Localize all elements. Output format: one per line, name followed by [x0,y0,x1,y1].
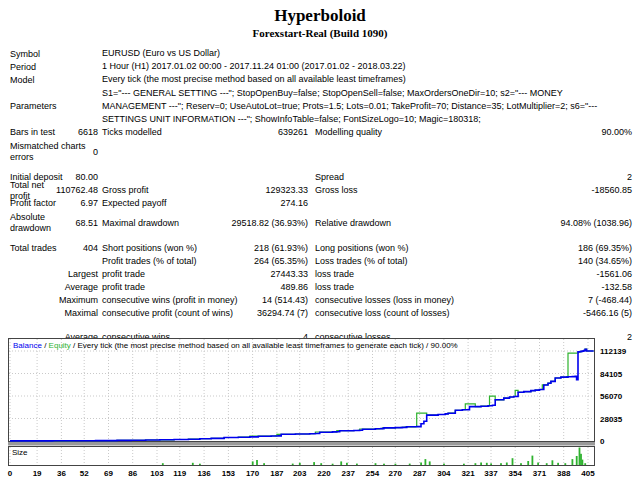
size-bar [572,459,574,465]
size-bar [480,463,482,466]
size-bar [346,463,348,465]
x-tick-label: 119 [173,469,186,478]
size-bar [256,460,258,465]
model-value: Every tick (the most precise method base… [102,74,406,85]
size-bar [395,464,397,465]
maximal-prefix: Maximal [64,308,98,319]
size-bar [320,463,322,465]
y-tick-label: 56070 [600,392,623,401]
maximal-consecutive-loss-label: consecutive loss (count of losses) [315,308,450,319]
size-bar [486,463,488,465]
table-row-mismatched: Mismatched charts errors0 [0,139,640,165]
table-row-profit-factor: Profit factor6.97 Expected payoff274.16 [0,197,640,210]
size-bar [162,463,164,465]
size-bar [429,461,431,465]
period-value: 1 Hour (H1) 2017.01.02 00:00 - 2017.11.2… [102,61,406,72]
ticks-modelled-label: Ticks modelled [102,127,162,138]
table-row-profit-trades: Profit trades (% of total)264 (65.35%) L… [0,255,640,268]
x-tick-label: 304 [437,469,451,478]
period-label: Period [10,62,36,73]
average-loss-trade-value: -132.58 [601,282,632,293]
size-bar [500,463,502,465]
size-bar [356,464,358,465]
size-bar [532,456,534,465]
main-plot-area [9,339,595,442]
largest-prefix: Largest [68,269,98,280]
chart-canvas: Size028035560708410511213901936526986103… [0,338,640,480]
maximal-consecutive-profit-label: consecutive profit (count of wins) [102,308,233,319]
x-tick-label: 237 [342,469,356,478]
size-bar [520,463,522,465]
max-consecutive-losses-label: consecutive losses (loss in money) [315,295,454,306]
legend-equity-label: Equity [49,341,71,350]
size-bar [537,463,539,466]
absolute-drawdown-value: 68.51 [75,218,98,229]
short-positions-value: 218 (61.93%) [254,243,308,254]
maximal-drawdown-value: 29518.82 (36.93%) [231,218,308,229]
size-bar [582,460,584,465]
loss-trades-label: Loss trades (% of total) [315,256,408,267]
max-consecutive-losses-value: 7 (-468.44) [588,295,632,306]
relative-drawdown-value: 94.08% (1038.96) [560,218,632,229]
x-tick-label: 270 [389,469,403,478]
x-tick-label: 0 [8,469,13,478]
total-trades-value: 404 [83,243,98,254]
table-row-symbol: Symbol EURUSD (Euro vs US Dollar) [0,48,640,61]
size-bar [409,464,411,465]
size-bar [192,463,194,465]
maximal-consecutive-loss-value: -5466.16 (5) [583,308,632,319]
average-profit-trade-label: profit trade [102,282,145,293]
size-bar [564,463,566,465]
size-bar [340,461,342,465]
strategy-tester-report: Symbol EURUSD (Euro vs US Dollar) Period… [0,48,640,344]
x-tick-label: 337 [484,469,498,478]
gross-loss-value: -18560.85 [591,185,632,196]
total-trades-label: Total trades [10,243,57,254]
model-label: Model [10,75,35,86]
maximal-consecutive-profit-value: 36294.74 (7) [257,308,308,319]
size-panel-label: Size [12,448,28,457]
bars-in-test-label: Bars in test [10,127,55,138]
spread-value: 2 [627,172,632,183]
largest-loss-trade-label: loss trade [315,269,354,280]
bars-in-test-value: 6618 [78,127,98,138]
expected-payoff-label: Expected payoff [102,198,166,209]
x-tick-label: 220 [317,469,331,478]
x-tick-label: 254 [366,469,380,478]
chart-model-text: Every tick (the most precise method base… [78,341,458,350]
table-row-deposit: Initial deposit80.00 Spread2 [0,171,640,184]
long-positions-value: 186 (69.35%) [578,243,632,254]
gross-profit-label: Gross profit [102,185,149,196]
modelling-quality-label: Modelling quality [315,127,382,138]
largest-profit-trade-value: 27443.33 [270,269,308,280]
profit-factor-label: Profit factor [10,198,56,209]
y-tick-label: 28035 [600,415,623,424]
mismatched-value: 0 [93,147,98,158]
size-bar [512,458,514,465]
size-bar [546,463,548,465]
symbol-value: EURUSD (Euro vs US Dollar) [102,48,220,59]
y-tick-label: 0 [600,437,605,446]
table-row-net-profit: Total net profit110762.48 Gross profit12… [0,184,640,197]
size-bar [475,463,477,465]
table-row-parameters: Parameters S1="--- GENERAL SETTING ---";… [0,87,640,126]
size-bar [557,463,559,465]
short-positions-label: Short positions (won %) [102,243,197,254]
max-consecutive-wins-value: 14 (514.43) [262,295,308,306]
average-prefix: Average [65,282,98,293]
mismatched-label: Mismatched charts errors [10,141,93,163]
max-consecutive-wins-label: consecutive wins (profit in money) [102,295,238,306]
largest-profit-trade-label: profit trade [102,269,145,280]
x-tick-label: 354 [509,469,523,478]
x-tick-label: 36 [57,469,66,478]
x-tick-label: 86 [128,469,137,478]
size-bar [313,462,315,465]
legend-balance-label: Balance [13,341,42,350]
table-row-largest: Largest profit trade27443.33 loss trade-… [0,268,640,281]
size-bar [527,461,529,465]
modelling-quality-value: 90.00% [601,127,632,138]
profit-trades-value: 264 (65.35%) [254,256,308,267]
parameters-label: Parameters [10,101,57,112]
axis-divider [8,442,595,446]
chart-legend: Balance / Equity / Every tick (the most … [13,341,458,350]
